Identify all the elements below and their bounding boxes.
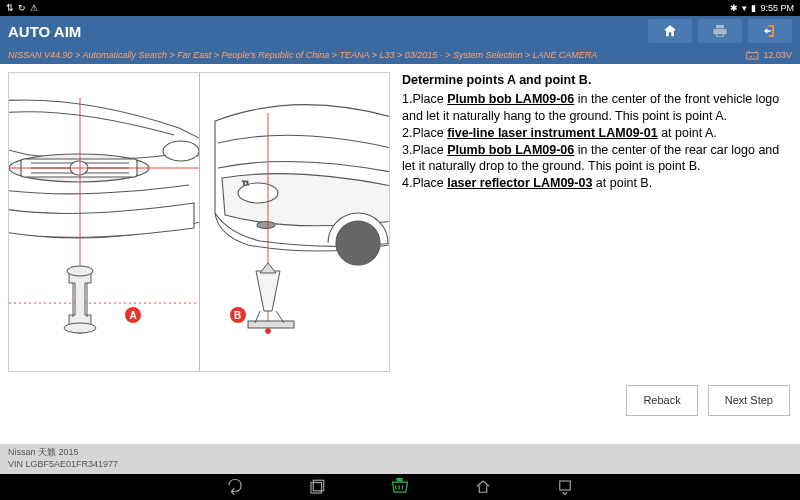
svg-rect-1 bbox=[749, 51, 750, 52]
battery-icon: + − bbox=[746, 51, 760, 60]
nav-dropdown-icon bbox=[556, 478, 574, 496]
exit-icon bbox=[762, 23, 778, 39]
instruction-step-4: 4.Place laser reflector LAM09-03 at poin… bbox=[402, 175, 790, 192]
vehicle-info-footer: Nissan 天籁 2015 VIN LGBF5AE01FR341977 bbox=[0, 444, 800, 474]
svg-text:T1: T1 bbox=[242, 180, 250, 186]
badge-a: A bbox=[125, 307, 141, 323]
svg-text:+ −: + − bbox=[750, 53, 757, 58]
svg-rect-29 bbox=[311, 483, 322, 494]
android-status-bar: ⇅ ↻ ⚠ ✱ ▾ ▮ 9:55 PM bbox=[0, 0, 800, 16]
instruction-step-2: 2.Place five-line laser instrument LAM09… bbox=[402, 125, 790, 142]
svg-point-25 bbox=[265, 329, 270, 334]
wifi-icon: ⇅ bbox=[6, 3, 14, 13]
breadcrumb-bar: NISSAN V44.90 > Automatically Search > F… bbox=[0, 46, 800, 64]
home-icon bbox=[662, 23, 678, 39]
svg-point-19 bbox=[238, 183, 278, 203]
instruction-step-1: 1.Place Plumb bob LAM09-06 in the center… bbox=[402, 91, 790, 125]
instructions-area: Determine points A and point B. 1.Place … bbox=[398, 64, 800, 444]
print-button[interactable] bbox=[698, 19, 742, 43]
svg-point-10 bbox=[163, 141, 199, 161]
diagram-panel-a: A bbox=[9, 73, 200, 371]
app-header: AUTO AIM bbox=[0, 16, 800, 46]
reback-button[interactable]: Reback bbox=[626, 385, 697, 416]
nav-back-icon bbox=[226, 478, 244, 496]
sync-icon: ↻ bbox=[18, 3, 26, 13]
instructions-heading: Determine points A and point B. bbox=[402, 72, 790, 89]
nav-diag-icon: VCI bbox=[390, 478, 410, 496]
print-icon bbox=[712, 23, 728, 39]
vehicle-vin: VIN LGBF5AE01FR341977 bbox=[8, 459, 792, 471]
svg-point-22 bbox=[336, 221, 380, 265]
next-step-button[interactable]: Next Step bbox=[708, 385, 790, 416]
nav-home-icon bbox=[474, 478, 492, 496]
home-button[interactable] bbox=[648, 19, 692, 43]
svg-point-20 bbox=[257, 222, 275, 229]
nav-diag-button[interactable]: VCI bbox=[390, 478, 410, 496]
svg-point-18 bbox=[64, 323, 96, 333]
exit-button[interactable] bbox=[748, 19, 792, 43]
diagram-panel-b: T1 B bbox=[200, 73, 390, 371]
tool-plumb-bob: Plumb bob LAM09-06 bbox=[447, 92, 574, 106]
front-car-illustration bbox=[9, 73, 200, 371]
nav-home-button[interactable] bbox=[474, 478, 492, 496]
badge-b: B bbox=[230, 307, 246, 323]
instruction-step-3: 3.Place Plumb bob LAM09-06 in the center… bbox=[402, 142, 790, 176]
tool-laser-instrument: five-line laser instrument LAM09-01 bbox=[447, 126, 657, 140]
svg-rect-2 bbox=[756, 51, 757, 52]
clock-text: 9:55 PM bbox=[760, 3, 794, 13]
svg-rect-30 bbox=[313, 480, 324, 491]
battery-icon: ▮ bbox=[751, 3, 756, 13]
app-title: AUTO AIM bbox=[8, 23, 642, 40]
breadcrumb-text: NISSAN V44.90 > Automatically Search > F… bbox=[8, 50, 597, 60]
vehicle-name: Nissan 天籁 2015 bbox=[8, 447, 792, 459]
bluetooth-icon: ✱ bbox=[730, 3, 738, 13]
voltage-indicator: + − 12.03V bbox=[746, 50, 792, 60]
nav-back-button[interactable] bbox=[226, 478, 244, 496]
svg-point-15 bbox=[67, 266, 93, 276]
signal-icon: ▾ bbox=[742, 3, 747, 13]
android-nav-bar: VCI bbox=[0, 474, 800, 500]
svg-text:VCI: VCI bbox=[397, 478, 403, 482]
warning-icon: ⚠ bbox=[30, 3, 38, 13]
diagram-box: A T1 bbox=[8, 72, 390, 372]
tool-laser-reflector: laser reflector LAM09-03 bbox=[447, 176, 592, 190]
nav-recent-icon bbox=[308, 478, 326, 496]
tool-plumb-bob: Plumb bob LAM09-06 bbox=[447, 143, 574, 157]
nav-dropdown-button[interactable] bbox=[556, 478, 574, 496]
voltage-text: 12.03V bbox=[763, 50, 792, 60]
rear-car-illustration: T1 bbox=[200, 73, 390, 371]
svg-rect-35 bbox=[560, 481, 571, 490]
nav-recent-button[interactable] bbox=[308, 478, 326, 496]
diagram-area: A T1 bbox=[0, 64, 398, 444]
content-area: A T1 bbox=[0, 64, 800, 444]
